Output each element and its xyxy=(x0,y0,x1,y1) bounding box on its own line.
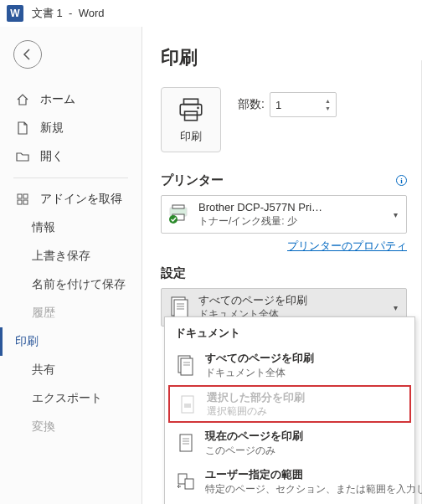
svg-rect-18 xyxy=(181,358,193,375)
print-button[interactable]: 印刷 xyxy=(161,87,221,152)
popup-header: ドキュメント xyxy=(165,321,414,346)
nav-saveas[interactable]: 名前を付けて保存 xyxy=(0,270,142,299)
svg-point-7 xyxy=(197,107,199,110)
printer-label-text: プリンター xyxy=(161,172,224,188)
popup-item-title: 現在のページを印刷 xyxy=(205,429,303,444)
copies-group: 部数: 1 ▲▼ xyxy=(238,92,337,117)
addins-icon xyxy=(15,192,30,207)
chevron-down-icon: ▾ xyxy=(394,303,398,312)
nav-addins[interactable]: アドインを取得 xyxy=(0,185,142,213)
popup-item-texts: 選択した部分を印刷 選択範囲のみ xyxy=(207,390,305,419)
nav-history: 履歴 xyxy=(0,299,142,327)
selection-icon xyxy=(177,393,198,415)
nav-home[interactable]: ホーム xyxy=(0,85,142,114)
nav-label: 印刷 xyxy=(15,334,39,349)
printer-icon xyxy=(177,95,205,124)
popup-item-title: すべてのページを印刷 xyxy=(205,351,314,366)
svg-point-11 xyxy=(169,215,178,224)
popup-item-all-pages[interactable]: すべてのページを印刷 ドキュメント全体 xyxy=(165,346,414,384)
new-doc-icon xyxy=(15,121,30,136)
back-button[interactable] xyxy=(13,40,42,69)
svg-rect-28 xyxy=(185,479,193,489)
nav-label: 履歴 xyxy=(32,306,55,321)
popup-item-title: 選択した部分を印刷 xyxy=(207,390,305,405)
popup-item-sub: このページのみ xyxy=(205,444,303,457)
current-page-icon xyxy=(175,432,197,454)
printer-properties-link[interactable]: プリンターのプロパティ xyxy=(161,239,407,254)
copies-value: 1 xyxy=(275,99,281,111)
window-title: 文書 1 - Word xyxy=(32,6,104,21)
home-icon xyxy=(15,92,30,107)
nav-label: 情報 xyxy=(32,220,55,235)
svg-rect-4 xyxy=(184,99,198,104)
spinner-arrows[interactable]: ▲▼ xyxy=(325,98,331,111)
nav-label: 新規 xyxy=(40,121,64,136)
svg-rect-22 xyxy=(184,404,191,408)
svg-rect-2 xyxy=(18,200,22,204)
nav-label: アドインを取得 xyxy=(40,192,122,207)
popup-item-current-page[interactable]: 現在のページを印刷 このページのみ xyxy=(165,424,414,462)
popup-item-texts: 現在のページを印刷 このページのみ xyxy=(205,429,303,457)
print-range-popup: ドキュメント すべてのページを印刷 ドキュメント全体 選択した部分を印刷 選択範… xyxy=(164,316,415,504)
backstage-sidebar: ホーム 新規 開く アドインを取得 情報 上書き保存 名前を付けて保存 履歴 印… xyxy=(0,27,142,504)
settings-label-text: 設定 xyxy=(161,265,186,281)
copies-input[interactable]: 1 ▲▼ xyxy=(270,92,337,117)
page-title: 印刷 xyxy=(161,45,407,70)
open-icon xyxy=(15,149,30,164)
nav-save[interactable]: 上書き保存 xyxy=(0,242,142,270)
nav-open[interactable]: 開く xyxy=(0,142,142,171)
svg-rect-1 xyxy=(23,194,28,198)
printer-name: Brother DCP-J577N Pri… xyxy=(198,201,341,215)
popup-item-title: ユーザー指定の範囲 xyxy=(205,467,422,482)
popup-item-custom-range[interactable]: ユーザー指定の範囲 特定のページ、セクション、または範囲を入力します xyxy=(165,462,414,501)
nav-label: 共有 xyxy=(32,363,55,378)
svg-rect-0 xyxy=(18,194,22,198)
nav-label: 名前を付けて保存 xyxy=(32,277,126,292)
printer-dd-texts: Brother DCP-J577N Pri… トナー/インク残量: 少 xyxy=(198,201,387,228)
nav-label: ホーム xyxy=(40,92,75,107)
printer-status-icon xyxy=(167,202,192,227)
titlebar: W 文書 1 - Word xyxy=(0,0,422,27)
printer-status: トナー/インク残量: 少 xyxy=(198,215,387,229)
popup-item-sub: 選択範囲のみ xyxy=(207,404,305,418)
doc-name: 文書 1 xyxy=(32,7,63,19)
popup-item-texts: ユーザー指定の範囲 特定のページ、セクション、または範囲を入力します xyxy=(205,467,422,496)
nav-label: 変換 xyxy=(32,419,55,435)
printer-dropdown[interactable]: Brother DCP-J577N Pri… トナー/インク残量: 少 ▾ xyxy=(161,195,407,234)
chevron-down-icon: ▾ xyxy=(394,210,398,219)
pages-dd-line1: すべてのページを印刷 xyxy=(198,294,387,308)
popup-item-texts: すべてのページを印刷 ドキュメント全体 xyxy=(205,351,314,379)
copies-label: 部数: xyxy=(238,97,265,112)
info-icon[interactable]: i xyxy=(396,175,407,186)
nav-new[interactable]: 新規 xyxy=(0,114,142,142)
app-name: Word xyxy=(79,7,105,19)
nav-label: エクスポート xyxy=(32,391,102,406)
print-button-label: 印刷 xyxy=(180,129,202,144)
svg-rect-5 xyxy=(180,105,202,116)
svg-rect-9 xyxy=(172,205,184,208)
popup-item-sub: 特定のページ、セクション、または範囲を入力します xyxy=(205,482,422,496)
word-icon: W xyxy=(7,5,23,22)
spinner-up-icon[interactable]: ▲ xyxy=(325,98,331,104)
nav-label: 上書き保存 xyxy=(32,249,90,264)
custom-range-icon xyxy=(175,471,197,492)
nav-print[interactable]: 印刷 xyxy=(0,327,142,356)
pages-all-icon xyxy=(175,354,197,376)
separator xyxy=(13,177,128,178)
popup-item-sub: ドキュメント全体 xyxy=(205,366,314,379)
svg-rect-23 xyxy=(180,435,192,451)
nav-export[interactable]: エクスポート xyxy=(0,384,142,413)
svg-rect-3 xyxy=(23,200,28,204)
nav-share[interactable]: 共有 xyxy=(0,356,142,384)
svg-rect-6 xyxy=(185,111,198,121)
print-row: 印刷 部数: 1 ▲▼ xyxy=(161,87,407,152)
printer-section-label: プリンター i xyxy=(161,172,407,188)
settings-section-label: 設定 xyxy=(161,265,407,281)
nav-transform: 変換 xyxy=(0,413,142,441)
spinner-down-icon[interactable]: ▼ xyxy=(325,105,331,111)
nav-label: 開く xyxy=(40,149,64,164)
nav-info[interactable]: 情報 xyxy=(0,213,142,242)
popup-item-selection: 選択した部分を印刷 選択範囲のみ xyxy=(168,385,411,424)
